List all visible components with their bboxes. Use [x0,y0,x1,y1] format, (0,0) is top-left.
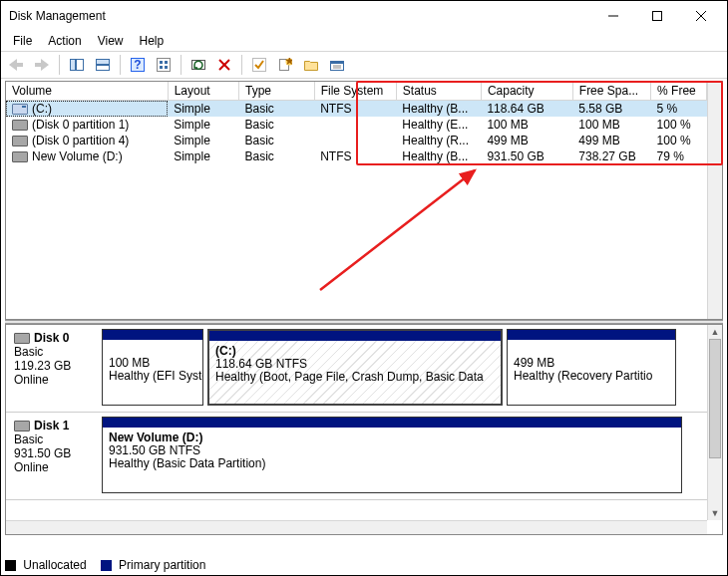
legend-primary-label: Primary partition [119,558,205,572]
cell-volume: (Disk 0 partition 4) [6,133,168,148]
maximize-button[interactable] [635,2,679,30]
disk-state: Online [14,373,96,387]
toolbar-separator [120,55,121,75]
scroll-down-icon[interactable]: ▼ [708,506,722,520]
cell-pctfree: 100 % [651,117,707,133]
cell-volume: (Disk 0 partition 1) [6,117,168,133]
toolbar-view-1-button[interactable] [66,54,88,76]
cell-capacity: 118.64 GB [481,101,572,118]
col-filesystem[interactable]: File System [314,82,396,101]
cell-pctfree: 5 % [651,101,707,118]
partition-status: Healthy (Basic Data Partition) [109,457,675,470]
list-vertical-scrollbar[interactable] [707,82,722,319]
menu-help[interactable]: Help [132,32,173,50]
disk-graph-pane: Disk 0Basic119.23 GBOnline 100 MBHealthy… [5,324,723,535]
partition[interactable]: 100 MBHealthy (EFI Syste [102,329,203,406]
cell-status: Healthy (R... [396,133,481,148]
cell-filesystem [314,117,396,133]
partition-color-bar [209,331,501,341]
close-button[interactable] [679,2,723,30]
new-button[interactable]: ★ [274,54,296,76]
table-row[interactable]: (Disk 0 partition 4)SimpleBasicHealthy (… [6,133,707,148]
table-row[interactable]: New Volume (D:)SimpleBasicNTFSHealthy (B… [6,148,707,164]
svg-rect-7 [97,66,110,71]
refresh-button[interactable] [187,54,209,76]
partition[interactable]: (C:)118.64 GB NTFSHealthy (Boot, Page Fi… [207,329,503,406]
cell-capacity: 100 MB [481,117,572,133]
cell-capacity: 931.50 GB [481,148,572,164]
scrollbar-thumb[interactable] [709,339,721,458]
partitions: 100 MBHealthy (EFI Syste(C:)118.64 GB NT… [102,325,707,412]
check-button[interactable] [248,54,270,76]
cell-pctfree: 79 % [651,148,707,164]
graph-vertical-scrollbar[interactable]: ▲ ▼ [707,325,722,520]
toolbar: ? ★ [1,51,727,79]
help-button[interactable]: ? [127,54,149,76]
disk-info: Disk 0Basic119.23 GBOnline [6,325,102,412]
toolbar-separator [59,55,60,75]
delete-button[interactable] [213,54,235,76]
swatch-primary [101,560,112,571]
cell-type: Basic [239,148,315,164]
column-headers[interactable]: Volume Layout Type File System Status Ca… [6,82,707,101]
disk-row: Disk 0Basic119.23 GBOnline 100 MBHealthy… [6,325,707,413]
partition-color-bar [103,330,202,340]
partition[interactable]: 499 MBHealthy (Recovery Partitio [507,329,676,406]
properties-button[interactable] [326,54,348,76]
scroll-up-icon[interactable]: ▲ [708,325,722,339]
svg-text:?: ? [134,58,141,72]
svg-rect-5 [77,60,84,71]
table-row[interactable]: (Disk 0 partition 1)SimpleBasicHealthy (… [6,117,707,133]
disk-name: Disk 0 [34,331,69,345]
partition[interactable]: New Volume (D:)931.50 GB NTFSHealthy (Ba… [102,417,682,493]
cell-filesystem: NTFS [314,148,396,164]
cell-free: 499 MB [572,133,650,148]
menu-view[interactable]: View [90,32,132,50]
toolbar-view-2-button[interactable] [92,54,114,76]
svg-text:★: ★ [284,58,293,68]
col-type[interactable]: Type [239,82,315,101]
toolbar-separator [241,55,242,75]
partitions: New Volume (D:)931.50 GB NTFSHealthy (Ba… [102,413,707,499]
col-capacity[interactable]: Capacity [481,82,572,101]
col-volume[interactable]: Volume [6,82,168,101]
disk-state: Online [14,460,96,474]
svg-rect-12 [165,61,168,64]
partition-status: Healthy (EFI Syste [109,370,196,383]
volumes-list[interactable]: Volume Layout Type File System Status Ca… [5,81,723,320]
cell-filesystem [314,133,396,148]
svg-rect-14 [165,66,168,69]
col-layout[interactable]: Layout [168,82,238,101]
graph-horizontal-scrollbar[interactable] [6,520,707,534]
menu-file[interactable]: File [5,32,40,50]
partition-status: Healthy (Recovery Partitio [514,370,669,383]
cell-layout: Simple [168,117,238,133]
menu-action[interactable]: Action [40,32,89,50]
svg-rect-6 [97,60,110,65]
col-status[interactable]: Status [396,82,481,101]
disk-icon [14,421,30,432]
cell-capacity: 499 MB [481,133,572,148]
svg-rect-23 [331,62,344,65]
table-row[interactable]: (C:)SimpleBasicNTFSHealthy (B...118.64 G… [6,101,707,118]
partition-color-bar [508,330,675,340]
col-free[interactable]: Free Spa... [572,82,650,101]
col-pctfree[interactable]: % Free [651,82,707,101]
nav-forward-button[interactable] [31,54,53,76]
legend-unallocated: Unallocated [5,558,87,572]
cell-filesystem: NTFS [314,101,396,118]
svg-rect-10 [158,59,171,72]
disk-size: 119.23 GB [14,359,96,373]
settings-button[interactable] [153,54,175,76]
partition-status: Healthy (Boot, Page File, Crash Dump, Ba… [215,371,495,384]
folder-button[interactable] [300,54,322,76]
cell-type: Basic [239,133,315,148]
cell-status: Healthy (E... [396,117,481,133]
disk-type: Basic [14,345,96,359]
cell-free: 738.27 GB [572,148,650,164]
title-bar: Disk Management [1,1,727,31]
minimize-button[interactable] [591,2,635,30]
window-title: Disk Management [9,9,591,23]
cell-type: Basic [239,117,315,133]
nav-back-button[interactable] [5,54,27,76]
